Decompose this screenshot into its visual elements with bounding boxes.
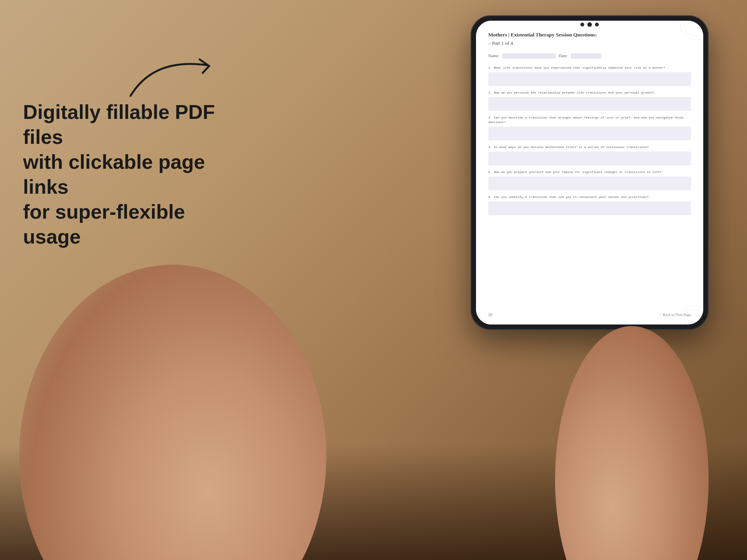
answer-box-4[interactable] [488,152,691,165]
date-label: Date: [559,54,568,58]
question-5: 5. How do you prepare yourself and your … [488,170,691,190]
question-1-text: 1. What life transitions have you experi… [488,66,691,70]
tablet-screen: Mothers | Existential Therapy Session Qu… [476,21,703,324]
answer-box-3[interactable] [488,127,691,140]
date-field[interactable] [571,53,602,59]
pdf-footer-decoration [649,301,703,324]
question-3: 3. Can you describe a transition that br… [488,115,691,140]
camera-dot-right [595,23,599,26]
name-label: Name: [488,54,499,58]
pdf-page: Mothers | Existential Therapy Session Qu… [476,21,703,324]
svg-point-0 [680,21,703,40]
tablet-frame: Mothers | Existential Therapy Session Qu… [471,15,709,330]
answer-box-1[interactable] [488,72,691,86]
svg-point-1 [684,21,703,36]
question-5-text: 5. How do you prepare yourself and your … [488,170,691,175]
answer-box-6[interactable] [488,201,691,215]
marketing-text: Digitally fillable PDF files with clicka… [23,100,223,249]
svg-point-3 [680,305,703,324]
bottom-shadow [0,445,747,560]
question-6-text: 6. Can you identify a transition that le… [488,195,691,199]
tablet-camera [580,22,599,27]
camera-dot-left [580,23,584,26]
question-2-text: 2. How do you perceive the relationship … [488,91,691,95]
question-6: 6. Can you identify a transition that le… [488,195,691,215]
pdf-questions-list: 1. What life transitions have you experi… [488,66,691,310]
answer-box-2[interactable] [488,97,691,111]
answer-box-5[interactable] [488,176,691,190]
question-4: 4. In what ways do you believe motherhoo… [488,145,691,165]
marketing-headline: Digitally fillable PDF files with clicka… [23,100,223,249]
question-4-text: 4. In what ways do you believe motherhoo… [488,145,691,150]
camera-dot-center [587,22,592,27]
tablet-device: Mothers | Existential Therapy Session Qu… [471,15,709,330]
question-3-text: 3. Can you describe a transition that br… [488,115,691,125]
arrow-illustration [107,42,230,104]
pdf-header-decoration [649,21,703,44]
pdf-name-date-row: Name: Date: [488,53,691,59]
svg-point-2 [688,21,703,32]
name-field[interactable] [502,53,556,59]
question-2: 2. How do you perceive the relationship … [488,91,691,111]
page-number: 20 [488,313,492,317]
question-1: 1. What life transitions have you experi… [488,66,691,86]
svg-point-4 [684,309,703,324]
